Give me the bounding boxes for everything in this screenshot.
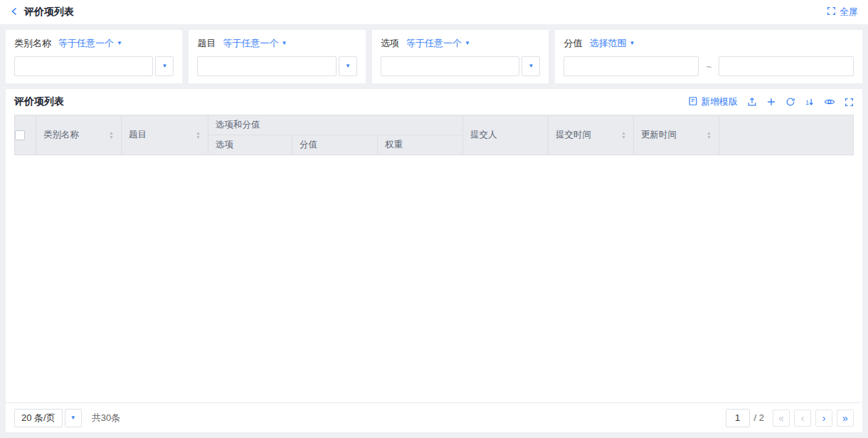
score-max-input[interactable] xyxy=(719,56,854,76)
header-update-time-label: 更新时间 xyxy=(641,129,677,141)
header-option: 选项 xyxy=(208,135,292,155)
caret-down-icon: ▼ xyxy=(345,63,351,69)
eye-icon xyxy=(824,97,835,107)
back-chevron-icon xyxy=(10,6,18,19)
filter-category: 类别名称 等于任意一个 ▼ ▼ xyxy=(6,30,182,83)
evaluation-table: 类别名称 ▲▼ 题目 ▲▼ 选项和分值 提交人 提交时间 xyxy=(14,115,854,155)
prev-page-button[interactable]: ‹ xyxy=(794,410,811,427)
filter-category-label: 类别名称 xyxy=(14,37,51,50)
filter-option: 选项 等于任意一个 ▼ ▼ xyxy=(372,30,549,83)
evaluation-list-panel: 评价项列表 新增模版 1 xyxy=(6,89,862,432)
header-category[interactable]: 类别名称 ▲▼ xyxy=(36,115,122,155)
page-size-select[interactable]: 20 条/页 xyxy=(14,409,63,427)
header-update-time[interactable]: 更新时间 ▲▼ xyxy=(634,115,719,155)
first-page-button[interactable]: « xyxy=(773,410,790,427)
page-total: / 2 xyxy=(754,412,764,423)
column-visibility-button[interactable] xyxy=(824,97,835,107)
table-header-row-1: 类别名称 ▲▼ 题目 ▲▼ 选项和分值 提交人 提交时间 xyxy=(15,115,854,135)
last-page-button[interactable]: » xyxy=(837,410,854,427)
operator-text: 选择范围 xyxy=(589,37,626,50)
sort-icon[interactable]: ▲▼ xyxy=(196,131,201,140)
filter-question-operator[interactable]: 等于任意一个 ▼ xyxy=(223,37,287,50)
operator-text: 等于任意一个 xyxy=(406,37,462,50)
header-options-group: 选项和分值 xyxy=(208,115,463,135)
svg-text:1: 1 xyxy=(805,99,809,106)
sort-icon[interactable]: ▲▼ xyxy=(706,131,711,140)
filter-category-select[interactable] xyxy=(14,56,153,76)
filter-score-operator[interactable]: 选择范围 ▼ xyxy=(589,37,635,50)
page-fullscreen-button[interactable]: 全屏 xyxy=(827,6,858,19)
table-scroll-area[interactable]: 类别名称 ▲▼ 题目 ▲▼ 选项和分值 提交人 提交时间 xyxy=(6,115,862,402)
topbar: 评价项列表 全屏 xyxy=(0,0,868,24)
refresh-button[interactable] xyxy=(785,97,795,107)
table-footer: 20 条/页 ▼ 共30条 / 2 « ‹ › » xyxy=(6,402,862,432)
filter-option-label: 选项 xyxy=(381,37,399,50)
header-question[interactable]: 题目 ▲▼ xyxy=(122,115,208,155)
filter-category-operator[interactable]: 等于任意一个 ▼ xyxy=(58,37,122,50)
plus-icon xyxy=(766,97,776,107)
sort-order-button[interactable]: 1 xyxy=(805,97,815,107)
filter-option-select[interactable] xyxy=(381,56,519,76)
sort-order-icon: 1 xyxy=(805,97,815,107)
header-submitter: 提交人 xyxy=(463,115,549,155)
header-submit-time[interactable]: 提交时间 ▲▼ xyxy=(549,115,634,155)
panel-title: 评价项列表 xyxy=(14,95,64,108)
fullscreen-icon xyxy=(845,98,854,107)
filter-question-caret-button[interactable]: ▼ xyxy=(339,56,357,76)
next-page-button[interactable]: › xyxy=(815,410,832,427)
page-size-caret-button[interactable]: ▼ xyxy=(65,409,82,427)
header-empty xyxy=(719,115,854,155)
header-weight: 权重 xyxy=(378,135,463,155)
page-title: 评价项列表 xyxy=(24,6,74,19)
header-submit-time-label: 提交时间 xyxy=(556,129,591,141)
new-template-label: 新增模版 xyxy=(701,95,738,108)
filter-option-caret-button[interactable]: ▼ xyxy=(522,56,540,76)
range-separator: ~ xyxy=(706,61,711,72)
page-number-input[interactable] xyxy=(726,409,750,427)
select-all-checkbox[interactable] xyxy=(15,130,25,140)
filter-question-label: 题目 xyxy=(197,37,216,50)
header-score: 分值 xyxy=(292,135,378,155)
export-icon xyxy=(747,97,757,107)
new-template-button[interactable]: 新增模版 xyxy=(688,95,738,108)
score-min-input[interactable] xyxy=(563,56,699,76)
select-all-cell xyxy=(15,115,36,155)
template-icon xyxy=(688,96,698,108)
operator-text: 等于任意一个 xyxy=(58,37,114,50)
filter-score-label: 分值 xyxy=(563,37,582,50)
operator-text: 等于任意一个 xyxy=(223,37,278,50)
caret-down-icon: ▼ xyxy=(162,63,168,69)
page-size-value: 20 条/页 xyxy=(21,412,55,424)
export-button[interactable] xyxy=(747,97,757,107)
caret-down-icon: ▼ xyxy=(117,41,122,46)
caret-down-icon: ▼ xyxy=(70,415,76,421)
table-fullscreen-button[interactable] xyxy=(845,98,854,107)
filter-category-caret-button[interactable]: ▼ xyxy=(155,56,174,76)
filter-option-operator[interactable]: 等于任意一个 ▼ xyxy=(406,37,470,50)
fullscreen-label: 全屏 xyxy=(840,6,858,19)
caret-down-icon: ▼ xyxy=(281,41,287,46)
filter-score: 分值 选择范围 ▼ ~ xyxy=(555,30,862,83)
caret-down-icon: ▼ xyxy=(629,41,635,46)
filter-bar: 类别名称 等于任意一个 ▼ ▼ 题目 等于任意一个 ▼ ▼ xyxy=(6,30,862,83)
back-button[interactable] xyxy=(10,6,18,19)
header-category-label: 类别名称 xyxy=(43,129,79,141)
fullscreen-icon xyxy=(827,6,836,18)
total-count: 共30条 xyxy=(92,412,120,424)
refresh-icon xyxy=(785,97,795,107)
header-question-label: 题目 xyxy=(129,129,147,141)
sort-icon[interactable]: ▲▼ xyxy=(621,131,626,140)
table-toolbar: 新增模版 1 xyxy=(688,95,854,108)
caret-down-icon: ▼ xyxy=(528,63,534,69)
add-button[interactable] xyxy=(766,97,776,107)
caret-down-icon: ▼ xyxy=(465,41,470,46)
filter-question-select[interactable] xyxy=(197,56,336,76)
filter-question: 题目 等于任意一个 ▼ ▼ xyxy=(189,30,365,83)
sort-icon[interactable]: ▲▼ xyxy=(109,131,114,140)
